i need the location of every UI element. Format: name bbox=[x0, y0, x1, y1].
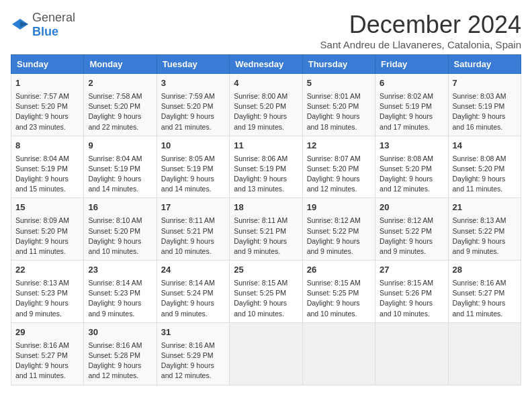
calendar-week-row: 1Sunrise: 7:57 AMSunset: 5:20 PMDaylight… bbox=[11, 74, 521, 136]
sunrise-text: Sunrise: 8:15 AM bbox=[307, 279, 361, 287]
day-number: 17 bbox=[161, 201, 225, 214]
sunset-text: Sunset: 5:27 PM bbox=[453, 289, 505, 297]
calendar-cell: 16Sunrise: 8:10 AMSunset: 5:20 PMDayligh… bbox=[84, 198, 157, 261]
calendar-cell: 13Sunrise: 8:08 AMSunset: 5:20 PMDayligh… bbox=[375, 136, 448, 198]
sunset-text: Sunset: 5:19 PM bbox=[453, 102, 505, 110]
sunset-text: Sunset: 5:20 PM bbox=[307, 165, 359, 173]
calendar-week-row: 15Sunrise: 8:09 AMSunset: 5:20 PMDayligh… bbox=[11, 198, 521, 261]
sunrise-text: Sunrise: 8:16 AM bbox=[453, 279, 506, 287]
daylight-text: Daylight: 9 hours and 21 minutes. bbox=[161, 112, 214, 130]
calendar-cell: 17Sunrise: 8:11 AMSunset: 5:21 PMDayligh… bbox=[157, 198, 229, 261]
daylight-text: Daylight: 9 hours and 10 minutes. bbox=[88, 237, 141, 255]
calendar-cell: 23Sunrise: 8:14 AMSunset: 5:23 PMDayligh… bbox=[84, 261, 157, 323]
sunrise-text: Sunrise: 8:05 AM bbox=[161, 154, 215, 163]
calendar-cell bbox=[230, 322, 302, 385]
daylight-text: Daylight: 9 hours and 16 minutes. bbox=[453, 112, 506, 130]
page-header: General Blue December 2024 Sant Andreu d… bbox=[11, 11, 521, 50]
daylight-text: Daylight: 9 hours and 9 minutes. bbox=[453, 237, 506, 255]
daylight-text: Daylight: 9 hours and 9 minutes. bbox=[15, 299, 69, 317]
sunrise-text: Sunrise: 8:13 AM bbox=[15, 279, 69, 287]
logo-text-blue: Blue bbox=[32, 25, 58, 38]
daylight-text: Daylight: 9 hours and 9 minutes. bbox=[161, 299, 214, 317]
daylight-text: Daylight: 9 hours and 12 minutes. bbox=[88, 361, 141, 379]
calendar-day-header: Wednesday bbox=[230, 55, 302, 74]
day-number: 20 bbox=[380, 201, 443, 214]
sunrise-text: Sunrise: 7:57 AM bbox=[15, 92, 69, 100]
daylight-text: Daylight: 9 hours and 11 minutes. bbox=[15, 237, 69, 255]
sunrise-text: Sunrise: 8:16 AM bbox=[15, 341, 69, 349]
sunrise-text: Sunrise: 8:11 AM bbox=[234, 216, 287, 224]
day-number: 11 bbox=[234, 140, 298, 152]
daylight-text: Daylight: 9 hours and 10 minutes. bbox=[307, 299, 360, 317]
daylight-text: Daylight: 9 hours and 15 minutes. bbox=[15, 175, 69, 193]
sunset-text: Sunset: 5:20 PM bbox=[307, 102, 359, 110]
sunrise-text: Sunrise: 7:59 AM bbox=[161, 92, 215, 100]
sunset-text: Sunset: 5:20 PM bbox=[15, 227, 68, 235]
day-number: 5 bbox=[307, 77, 371, 90]
calendar-week-row: 8Sunrise: 8:04 AMSunset: 5:19 PMDaylight… bbox=[11, 136, 521, 198]
sunset-text: Sunset: 5:22 PM bbox=[307, 227, 359, 235]
calendar-cell: 9Sunrise: 8:04 AMSunset: 5:19 PMDaylight… bbox=[84, 136, 157, 198]
sunset-text: Sunset: 5:19 PM bbox=[88, 165, 140, 173]
sunset-text: Sunset: 5:28 PM bbox=[88, 351, 140, 359]
day-number: 29 bbox=[15, 326, 79, 339]
day-number: 3 bbox=[161, 77, 225, 90]
sunrise-text: Sunrise: 8:10 AM bbox=[88, 216, 142, 224]
sunrise-text: Sunrise: 8:04 AM bbox=[88, 154, 142, 163]
calendar-cell: 11Sunrise: 8:06 AMSunset: 5:19 PMDayligh… bbox=[230, 136, 302, 198]
calendar-cell: 7Sunrise: 8:03 AMSunset: 5:19 PMDaylight… bbox=[448, 74, 521, 136]
sunset-text: Sunset: 5:20 PM bbox=[453, 165, 505, 173]
calendar-cell: 8Sunrise: 8:04 AMSunset: 5:19 PMDaylight… bbox=[11, 136, 84, 198]
calendar-cell: 21Sunrise: 8:13 AMSunset: 5:22 PMDayligh… bbox=[448, 198, 521, 261]
calendar-body: 1Sunrise: 7:57 AMSunset: 5:20 PMDaylight… bbox=[11, 74, 521, 385]
sunset-text: Sunset: 5:25 PM bbox=[234, 289, 286, 297]
sunset-text: Sunset: 5:20 PM bbox=[234, 102, 286, 110]
calendar-day-header: Monday bbox=[84, 55, 157, 74]
day-number: 1 bbox=[15, 77, 79, 90]
sunrise-text: Sunrise: 8:03 AM bbox=[453, 92, 506, 100]
daylight-text: Daylight: 9 hours and 11 minutes. bbox=[15, 361, 69, 379]
sunset-text: Sunset: 5:21 PM bbox=[234, 227, 286, 235]
day-number: 18 bbox=[234, 201, 298, 214]
sunrise-text: Sunrise: 8:15 AM bbox=[234, 279, 287, 287]
sunrise-text: Sunrise: 8:08 AM bbox=[380, 154, 433, 163]
sunset-text: Sunset: 5:20 PM bbox=[161, 102, 214, 110]
calendar-cell: 4Sunrise: 8:00 AMSunset: 5:20 PMDaylight… bbox=[230, 74, 302, 136]
sunset-text: Sunset: 5:22 PM bbox=[380, 227, 432, 235]
day-number: 25 bbox=[234, 264, 298, 277]
sunrise-text: Sunrise: 8:14 AM bbox=[88, 279, 142, 287]
day-number: 23 bbox=[88, 264, 152, 277]
calendar-cell: 1Sunrise: 7:57 AMSunset: 5:20 PMDaylight… bbox=[11, 74, 84, 136]
sunset-text: Sunset: 5:23 PM bbox=[15, 289, 68, 297]
logo-icon bbox=[11, 17, 30, 32]
daylight-text: Daylight: 9 hours and 12 minutes. bbox=[161, 361, 214, 379]
day-number: 16 bbox=[88, 201, 152, 214]
daylight-text: Daylight: 9 hours and 12 minutes. bbox=[307, 175, 360, 193]
sunrise-text: Sunrise: 8:12 AM bbox=[307, 216, 361, 224]
sunset-text: Sunset: 5:23 PM bbox=[88, 289, 140, 297]
sunrise-text: Sunrise: 7:58 AM bbox=[88, 92, 142, 100]
sunset-text: Sunset: 5:25 PM bbox=[307, 289, 359, 297]
calendar-day-header: Friday bbox=[375, 55, 448, 74]
daylight-text: Daylight: 9 hours and 10 minutes. bbox=[234, 299, 287, 317]
location-title: Sant Andreu de Llavaneres, Catalonia, Sp… bbox=[320, 39, 521, 50]
sunset-text: Sunset: 5:19 PM bbox=[234, 165, 286, 173]
day-number: 2 bbox=[88, 77, 152, 90]
sunset-text: Sunset: 5:26 PM bbox=[380, 289, 432, 297]
calendar-day-header: Thursday bbox=[302, 55, 375, 74]
day-number: 6 bbox=[380, 77, 443, 90]
day-number: 19 bbox=[307, 201, 371, 214]
day-number: 28 bbox=[453, 264, 517, 277]
calendar-cell: 14Sunrise: 8:08 AMSunset: 5:20 PMDayligh… bbox=[448, 136, 521, 198]
daylight-text: Daylight: 9 hours and 10 minutes. bbox=[380, 299, 433, 317]
calendar-cell: 5Sunrise: 8:01 AMSunset: 5:20 PMDaylight… bbox=[302, 74, 375, 136]
day-number: 8 bbox=[15, 140, 79, 152]
title-block: December 2024 Sant Andreu de Llavaneres,… bbox=[320, 11, 521, 50]
calendar-cell: 29Sunrise: 8:16 AMSunset: 5:27 PMDayligh… bbox=[11, 322, 84, 385]
daylight-text: Daylight: 9 hours and 9 minutes. bbox=[307, 237, 360, 255]
daylight-text: Daylight: 9 hours and 9 minutes. bbox=[88, 299, 141, 317]
sunset-text: Sunset: 5:19 PM bbox=[161, 165, 214, 173]
calendar-day-header: Tuesday bbox=[157, 55, 229, 74]
day-number: 4 bbox=[234, 77, 298, 90]
daylight-text: Daylight: 9 hours and 14 minutes. bbox=[88, 175, 141, 193]
